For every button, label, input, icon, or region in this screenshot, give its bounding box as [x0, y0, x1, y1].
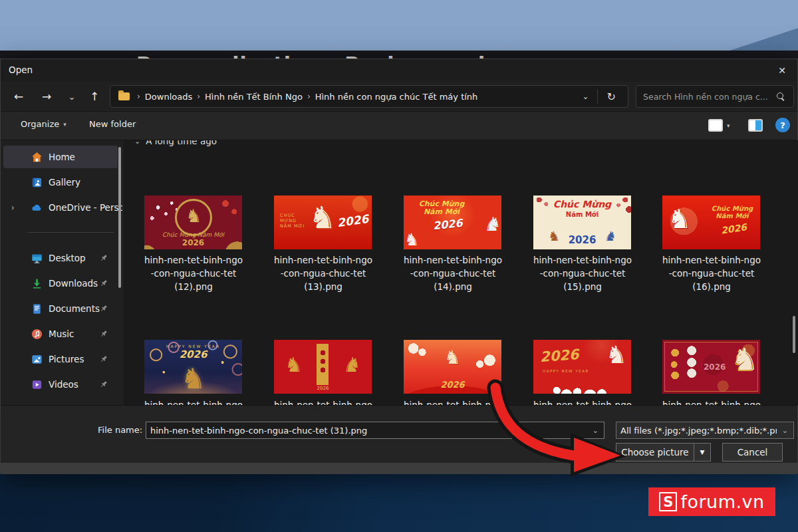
view-caret-icon[interactable]: ▾ [727, 122, 730, 129]
file-name-label[interactable]: hinh-nen-tet-binh-ngo-con-ngua-chuc-tet(… [260, 253, 386, 293]
sidebar-item-pictures[interactable]: Pictures [3, 348, 118, 370]
home-icon [30, 150, 43, 164]
file-thumbnail[interactable]: 2026 [404, 340, 501, 394]
group-header[interactable]: ⌄ A long time ago [134, 140, 217, 146]
file-name-label[interactable]: hinh-nen-tet-binh-ngo [130, 398, 257, 405]
pin-icon [99, 329, 108, 338]
cancel-button[interactable]: Cancel [722, 443, 783, 462]
file-thumbnail[interactable]: 2026 [662, 340, 760, 394]
documents-icon [30, 302, 43, 315]
thumbnail-text-year: 2026 [704, 362, 726, 372]
expand-chevron-icon[interactable]: › [11, 202, 14, 213]
file-name-label[interactable]: hinh-nen-tet-binh-ngo-con-ngua-chuc-tet(… [390, 253, 516, 293]
change-view-icon[interactable] [708, 119, 723, 132]
gallery-icon [30, 176, 43, 189]
sidebar-scrollbar[interactable] [118, 147, 121, 288]
file-thumbnail[interactable]: Chúc Mừng Năm Mới2026 [662, 196, 760, 249]
sidebar-item-home[interactable]: Home [3, 146, 118, 168]
thumbnail-text-caption: Chúc Mừng Năm Mới [144, 231, 242, 238]
address-dropdown-icon[interactable]: ⌄ [576, 92, 596, 101]
new-folder-button[interactable]: New folder [89, 119, 136, 129]
file-name-dropdown-icon[interactable]: ⌄ [587, 426, 604, 435]
search-icon[interactable] [777, 92, 785, 101]
sforum-watermark: S forum.vn [648, 487, 775, 516]
file-thumbnail[interactable]: 2026 [274, 340, 372, 394]
sidebar-item-music[interactable]: Music [3, 323, 118, 345]
thumbnail-text-year: 2026 [336, 212, 370, 229]
navigation-bar: ← → ⌄ ↑ ›Downloads›Hình nền Tết Bính Ngo… [1, 82, 797, 111]
choose-picture-button[interactable]: Choose picture [616, 443, 694, 462]
thumbnail-text-caption2: Năm Mới [533, 211, 631, 218]
forward-icon[interactable]: → [37, 87, 57, 106]
sidebar-item-documents[interactable]: Documents [3, 297, 118, 320]
sidebar-item-desktop[interactable]: Desktop [3, 247, 118, 269]
file-name-label[interactable]: hinh-nen-tet-binh-ngo [260, 398, 386, 405]
thumbnail-text-caption: Chúc Mừng Năm Mới [413, 200, 470, 216]
thumbnail-text-year: 2026 [144, 238, 242, 247]
thumbnail-text-year: 2026 [720, 221, 747, 235]
file-thumbnail[interactable]: Chúc MừngNăm Mới2026 [533, 196, 631, 249]
address-bar[interactable]: ›Downloads›Hình nền Tết Bính Ngo›Hình nề… [110, 85, 628, 108]
file-name-label: File name: [98, 422, 142, 439]
thumbnail-text-caption: HAPPY NEW YEAR [543, 369, 589, 373]
close-icon[interactable]: ✕ [767, 59, 797, 82]
thumbnail-text-year: 2026 [432, 217, 463, 233]
file-type-caret-icon: ⌄ [777, 426, 793, 435]
file-type-select[interactable]: All files (*.jpg;*.jpeg;*.bmp;*.dib;*.pn… [616, 422, 794, 439]
dialog-titlebar[interactable]: Open ✕ [1, 59, 797, 82]
file-name-label[interactable]: hinh-nen-tet-binh-ngo-con-ngua-chuc-tet(… [519, 253, 646, 293]
file-name-input[interactable] [146, 426, 587, 436]
organize-caret-icon: ▾ [63, 121, 66, 128]
file-name-label[interactable]: hinh-nen-tet-binh-ngo [648, 398, 775, 405]
background-settings-window: Personalization › Background [0, 51, 798, 59]
sidebar-item-label: Videos [49, 379, 78, 390]
breadcrumb-separator-icon: › [132, 92, 145, 101]
sidebar-item-label: Downloads [49, 278, 98, 289]
sidebar: HomeGallery›OneDrive - PersoDesktopDownl… [1, 140, 122, 405]
breadcrumb-item[interactable]: Hình nền con ngựa chúc Tết máy tính [315, 92, 478, 102]
file-name-label[interactable]: hinh-nen-tet-binh-ngo [390, 398, 516, 405]
thumbnail-text-caption: Chúc Mừng Năm Mới [707, 205, 757, 219]
file-list-scrollbar[interactable] [793, 316, 795, 353]
collapse-group-icon[interactable]: ⌄ [134, 140, 140, 146]
file-thumbnail[interactable]: Chúc Mừng Năm Mới2026 [144, 196, 242, 249]
background-window-clipped-text: Personalization › Background [136, 53, 485, 59]
sidebar-item-videos[interactable]: Videos [3, 373, 118, 396]
preview-pane-icon[interactable] [748, 119, 763, 132]
file-list: ⌄ A long time ago Chúc Mừng Năm Mới2026h… [124, 140, 798, 405]
search-input[interactable] [636, 92, 777, 102]
thumbnail-text-year: 2026 [533, 234, 631, 246]
file-thumbnail[interactable]: 2026HAPPY NEW YEAR [533, 340, 631, 394]
screen: Personalization › Background Open ✕ ← → … [0, 0, 798, 532]
new-folder-label: New folder [89, 119, 136, 129]
file-name-label[interactable]: hinh-nen-tet-binh-ngo-con-ngua-chuc-tet(… [648, 253, 775, 293]
sidebar-item-label: Pictures [49, 354, 84, 364]
file-name-label[interactable]: hinh-nen-tet-binh-ngo-con-ngua-chuc-tet(… [130, 253, 257, 293]
sidebar-item-label: Home [49, 152, 75, 162]
pin-icon [99, 380, 108, 389]
organize-label: Organize [21, 119, 59, 129]
breadcrumb-item[interactable]: Hình nền Tết Bính Ngo [205, 92, 303, 102]
choose-picture-split-icon[interactable]: ▼ [694, 443, 711, 462]
thumbnail-text-greeting: CHÚC MỪNG NĂM MỚI [280, 213, 311, 229]
up-icon[interactable]: ↑ [84, 87, 104, 106]
organize-button[interactable]: Organize ▾ [21, 119, 66, 129]
recent-locations-icon[interactable]: ⌄ [62, 87, 82, 106]
sidebar-item-label: Desktop [49, 253, 86, 263]
help-icon[interactable]: ? [775, 118, 790, 132]
file-thumbnail[interactable]: CHÚC MỪNG NĂM MỚI2026 [274, 196, 372, 249]
group-header-label: A long time ago [146, 140, 217, 146]
file-thumbnail[interactable]: Chúc Mừng Năm Mới2026 [404, 196, 501, 249]
sidebar-item-downloads[interactable]: Downloads [3, 272, 118, 295]
thumbnail-text-year: 2026 [539, 346, 579, 365]
folder-icon [118, 92, 130, 100]
refresh-icon[interactable]: ↻ [599, 90, 624, 103]
file-name-label[interactable]: hinh-nen-tet-binh-ngo [519, 398, 646, 405]
sforum-logo-icon: S [659, 492, 677, 511]
sidebar-item-onedrive-perso[interactable]: ›OneDrive - Perso [3, 196, 118, 219]
pin-icon [99, 279, 108, 288]
back-icon[interactable]: ← [9, 87, 29, 106]
sidebar-item-gallery[interactable]: Gallery [3, 171, 118, 194]
file-thumbnail[interactable]: HAPPY NEW YEAR2026 [144, 340, 242, 394]
breadcrumb-item[interactable]: Downloads [145, 92, 192, 102]
